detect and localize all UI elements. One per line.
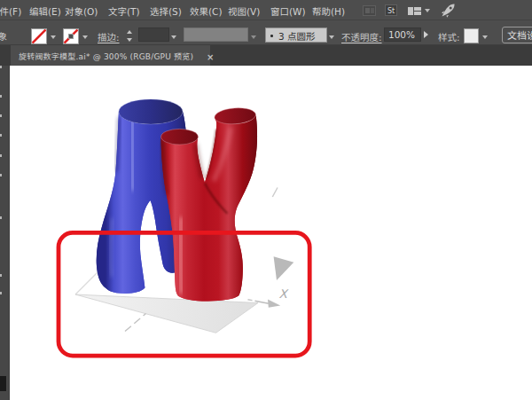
x-axis-label: X — [279, 284, 290, 302]
menu-file[interactable]: 文件(F) — [0, 4, 21, 18]
menu-effect[interactable]: 效果(C) — [190, 4, 223, 18]
illustrator-window: 文件(F) 编辑(E) 对象(O) 文字(T) 选择(S) 效果(C) 视图(V… — [0, 0, 532, 400]
tool-icon-fragment[interactable] — [0, 134, 2, 137]
brush-name: 3 点圆形 — [278, 29, 316, 43]
menu-type[interactable]: 文字(T) — [108, 4, 140, 18]
chevron-down-icon[interactable] — [329, 35, 334, 39]
axis-widget: X — [248, 188, 294, 308]
chevron-down-icon[interactable] — [251, 35, 256, 39]
document-tab[interactable]: 旋转阀数字模型.ai* @ 300% (RGB/GPU 预览) × — [11, 45, 210, 66]
workspace-switcher-icon[interactable] — [408, 7, 421, 15]
stepper-down-icon[interactable] — [127, 38, 132, 42]
stepper-up-icon[interactable] — [127, 30, 132, 34]
document-tab-bar: 旋转阀数字模型.ai* @ 300% (RGB/GPU 预览) × — [0, 45, 532, 66]
tool-icon-fragment[interactable] — [0, 274, 2, 277]
chevron-down-icon[interactable] — [82, 35, 88, 39]
tools-panel-edge[interactable] — [0, 45, 10, 400]
stroke-label[interactable]: 描边: — [98, 30, 120, 43]
artwork: X — [10, 66, 532, 400]
graphic-style-swatch[interactable] — [464, 28, 479, 43]
menu-bar: 文件(F) 编辑(E) 对象(O) 文字(T) 选择(S) 效果(C) 视图(V… — [0, 0, 532, 20]
selection-type-label: 对象 — [0, 29, 7, 43]
tool-icon-fragment[interactable] — [0, 154, 2, 157]
fill-color-swatch[interactable] — [31, 28, 47, 44]
opacity-submenu-arrow-icon[interactable] — [424, 31, 428, 38]
tool-icon-fragment[interactable] — [0, 66, 2, 68]
stroke-swatch-hole — [68, 34, 74, 39]
menu-edit[interactable]: 编辑(E) — [29, 4, 61, 18]
tab-close-icon[interactable]: × — [207, 50, 214, 63]
style-label: 样式: — [438, 30, 460, 43]
brush-dot-icon — [270, 35, 273, 37]
opacity-label[interactable]: 不透明度: — [341, 30, 382, 43]
stroke-color-swatch[interactable] — [63, 28, 79, 44]
opacity-input[interactable]: 100% — [384, 27, 421, 42]
blue-tube-opening — [119, 99, 183, 124]
arrange-documents-icon[interactable] — [363, 5, 376, 16]
width-profile-dropdown[interactable] — [184, 27, 248, 42]
chevron-down-icon[interactable] — [425, 9, 430, 12]
document-tab-title: 旋转阀数字模型.ai* @ 300% (RGB/GPU 预览) — [19, 51, 193, 62]
brush-definition-dropdown[interactable]: 3 点圆形 — [265, 27, 327, 43]
menu-window[interactable]: 窗口(W) — [270, 4, 306, 18]
menu-help[interactable]: 帮助(H) — [312, 4, 345, 18]
document-setup-button[interactable]: 文档设置 — [502, 27, 532, 43]
gpu-rocket-icon[interactable] — [441, 4, 456, 18]
stroke-weight-input[interactable] — [138, 27, 169, 42]
menu-object[interactable]: 对象(O) — [65, 4, 98, 18]
tool-icon-fragment[interactable] — [0, 216, 2, 219]
menu-view[interactable]: 视图(V) — [228, 4, 260, 18]
artboard-canvas[interactable]: X — [10, 66, 532, 400]
chevron-down-icon[interactable] — [51, 35, 56, 39]
control-bar: 对象 描边: 3 点圆形 不透明度: 100% 样式: 文档设置 — [0, 20, 532, 45]
chevron-down-icon[interactable] — [171, 35, 176, 39]
tool-icon-fragment[interactable] — [0, 114, 2, 117]
tool-icon-fragment[interactable] — [0, 174, 2, 176]
tool-icon-fragment[interactable] — [0, 292, 2, 294]
menu-select[interactable]: 选择(S) — [150, 4, 182, 18]
tool-icon-fragment[interactable] — [0, 95, 2, 98]
adobe-stock-icon[interactable]: St — [385, 4, 397, 16]
red-tube[interactable] — [161, 106, 258, 301]
chevron-down-icon[interactable] — [482, 35, 488, 39]
red-tube-opening-left — [161, 129, 199, 145]
rotate-widget-triangle-icon — [274, 256, 294, 280]
stroke-weight-stepper[interactable] — [126, 28, 134, 44]
tools-color-swatch-fragment[interactable] — [0, 376, 6, 391]
